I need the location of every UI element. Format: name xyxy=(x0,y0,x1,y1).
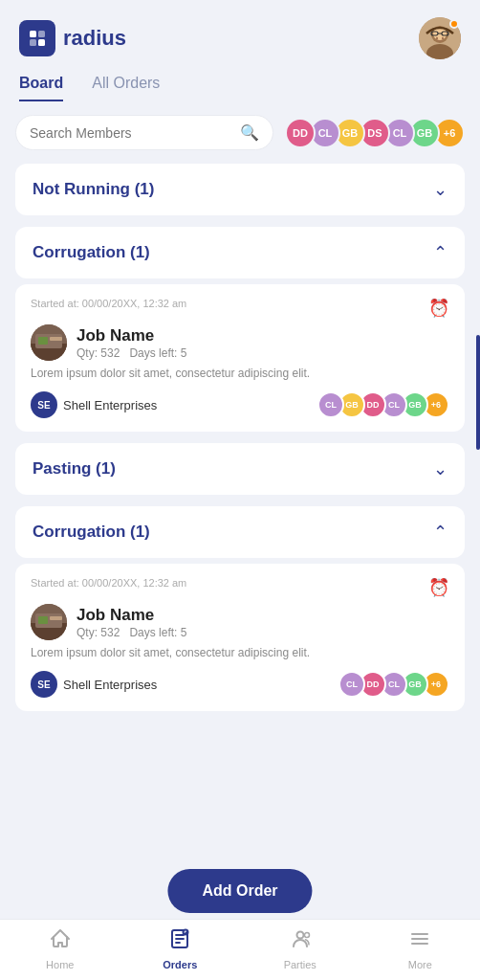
logo-icon xyxy=(19,20,55,56)
logo-area: radius xyxy=(19,20,126,56)
app-name: radius xyxy=(63,26,126,51)
svg-point-30 xyxy=(296,932,303,939)
job-2-info-row: Job Name Qty: 532 Days left: 5 xyxy=(31,604,449,640)
home-icon xyxy=(49,927,72,956)
job-1-member-avatars: CL GB DD CL GB +6 xyxy=(317,391,449,418)
job-2-description: Lorem ipsum dolor sit amet, consectetur … xyxy=(31,644,449,661)
member-avatars-row: DD CL GB DS CL GB +6 xyxy=(285,118,465,148)
section-corrugation-1[interactable]: Corrugation (1) ⌃ xyxy=(15,227,465,278)
job-2-started: Started at: 00/00/20XX, 12:32 am xyxy=(31,577,186,589)
job-2-details: Job Name Qty: 532 Days left: 5 xyxy=(76,606,186,639)
nav-item-more[interactable]: More xyxy=(391,927,448,970)
search-row: 🔍 DD CL GB DS CL GB +6 xyxy=(15,115,465,150)
svg-point-31 xyxy=(304,933,309,938)
job-card-1-header: Started at: 00/00/20XX, 12:32 am ⏰ xyxy=(31,298,449,319)
section-corrugation-1-title: Corrugation (1) xyxy=(33,243,150,262)
more-icon xyxy=(408,927,431,956)
enterprise-badge-2: SE Shell Enterprises xyxy=(31,671,157,698)
section-pasting-title: Pasting (1) xyxy=(33,459,116,479)
job-1-started: Started at: 00/00/20XX, 12:32 am xyxy=(31,298,186,309)
svg-rect-3 xyxy=(38,39,45,46)
clock-icon-2: ⏰ xyxy=(428,577,449,598)
section-corrugation-2-title: Corrugation (1) xyxy=(33,523,150,542)
main-content: 🔍 DD CL GB DS CL GB +6 Not Running (1) ⌄… xyxy=(0,101,480,788)
tabs-bar: Board All Orders xyxy=(0,69,480,101)
bottom-nav: Home Orders Parties xyxy=(0,919,480,980)
job-1-details: Job Name Qty: 532 Days left: 5 xyxy=(76,326,186,360)
nav-item-orders[interactable]: Orders xyxy=(151,927,208,970)
nav-label-home: Home xyxy=(46,959,74,970)
job-2-thumbnail xyxy=(31,604,67,640)
svg-point-12 xyxy=(442,37,444,40)
section-pasting[interactable]: Pasting (1) ⌄ xyxy=(15,443,465,495)
chevron-up-icon-2: ⌃ xyxy=(433,522,447,543)
svg-rect-22 xyxy=(50,616,62,620)
search-box[interactable]: 🔍 xyxy=(15,115,273,150)
enterprise-name-2: Shell Enterprises xyxy=(63,678,157,692)
job-1-info-row: Job Name Qty: 532 Days left: 5 xyxy=(31,324,449,361)
chevron-up-icon: ⌃ xyxy=(433,242,447,263)
chevron-down-icon-2: ⌄ xyxy=(433,458,447,479)
svg-rect-2 xyxy=(30,39,36,46)
parties-icon xyxy=(289,927,312,956)
clock-icon: ⏰ xyxy=(428,298,449,319)
notification-dot xyxy=(449,19,459,29)
enterprise-icon-1: SE xyxy=(31,391,57,418)
job-2-qty: Qty: 532 Days left: 5 xyxy=(76,626,186,639)
nav-label-orders: Orders xyxy=(163,959,197,970)
user-avatar-wrap[interactable] xyxy=(419,17,461,59)
nav-item-parties[interactable]: Parties xyxy=(272,927,329,970)
svg-point-11 xyxy=(436,37,438,40)
search-icon: 🔍 xyxy=(240,123,259,142)
enterprise-icon-2: SE xyxy=(31,671,57,698)
scroll-indicator xyxy=(476,335,480,450)
job-2-member-avatars: CL DD CL GB +6 xyxy=(338,671,449,698)
job-card-2-header: Started at: 00/00/20XX, 12:32 am ⏰ xyxy=(31,577,449,598)
job-2-footer: SE Shell Enterprises CL DD CL GB +6 xyxy=(31,671,449,698)
job-1-qty: Qty: 532 Days left: 5 xyxy=(76,346,186,360)
search-input[interactable] xyxy=(30,125,232,141)
svg-rect-21 xyxy=(38,616,48,624)
svg-rect-0 xyxy=(30,31,36,37)
job-1-name: Job Name xyxy=(76,326,186,345)
section-not-running[interactable]: Not Running (1) ⌄ xyxy=(15,164,465,215)
svg-rect-17 xyxy=(50,337,62,341)
svg-rect-1 xyxy=(38,31,45,37)
svg-rect-16 xyxy=(38,337,48,345)
job-card-1: Started at: 00/00/20XX, 12:32 am ⏰ Job N… xyxy=(15,284,465,432)
section-corrugation-2[interactable]: Corrugation (1) ⌃ xyxy=(15,506,465,558)
orders-icon xyxy=(168,927,191,956)
job-card-2: Started at: 00/00/20XX, 12:32 am ⏰ Job N… xyxy=(15,564,465,711)
member-avatar-dd[interactable]: DD xyxy=(285,118,316,148)
header: radius xyxy=(0,0,480,69)
tab-board[interactable]: Board xyxy=(19,75,63,101)
job-1-thumbnail xyxy=(31,324,67,361)
enterprise-name-1: Shell Enterprises xyxy=(63,398,157,412)
enterprise-badge-1: SE Shell Enterprises xyxy=(31,391,157,418)
nav-label-more: More xyxy=(408,959,432,970)
add-order-button[interactable]: Add Order xyxy=(167,869,312,913)
tab-all-orders[interactable]: All Orders xyxy=(92,75,160,101)
job-2-name: Job Name xyxy=(76,606,186,625)
job-2-avatar-cl[interactable]: CL xyxy=(338,671,365,698)
chevron-down-icon: ⌄ xyxy=(433,179,447,200)
nav-label-parties: Parties xyxy=(284,959,316,970)
section-not-running-title: Not Running (1) xyxy=(33,180,154,199)
nav-item-home[interactable]: Home xyxy=(32,927,89,970)
job-1-footer: SE Shell Enterprises CL GB DD CL GB +6 xyxy=(31,391,449,418)
job-1-description: Lorem ipsum dolor sit amet, consectetur … xyxy=(31,365,449,382)
job-1-avatar-cl[interactable]: CL xyxy=(317,391,344,418)
